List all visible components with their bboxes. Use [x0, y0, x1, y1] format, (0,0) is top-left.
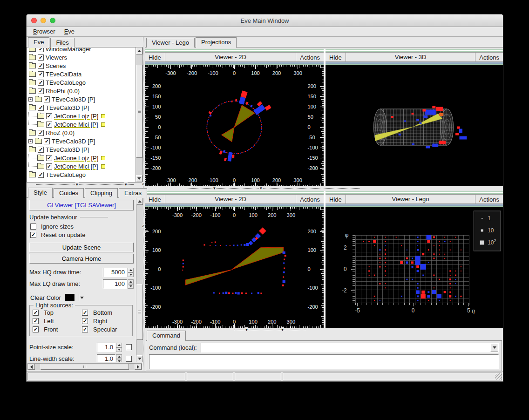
hide-button[interactable]: Hide: [326, 53, 346, 61]
checkbox[interactable]: ✓: [46, 163, 52, 169]
pack-handle[interactable]: [326, 49, 503, 52]
actions-button[interactable]: Actions: [475, 53, 503, 61]
spinner-buttons[interactable]: [116, 343, 122, 352]
tree-scrollbar[interactable]: [136, 47, 142, 182]
pack-handle[interactable]: [145, 49, 324, 52]
expand-icon[interactable]: +: [28, 97, 33, 102]
checkbox[interactable]: ✓: [38, 54, 44, 61]
resize-grip[interactable]: [495, 373, 502, 380]
spin-up-icon[interactable]: [116, 354, 122, 359]
pack-handle[interactable]: [326, 191, 503, 194]
h-scroll-thumb[interactable]: [41, 364, 129, 370]
menu-browser[interactable]: Browser: [30, 27, 61, 36]
number-field[interactable]: 1.0: [97, 343, 115, 352]
combo-dropdown-icon[interactable]: [490, 343, 498, 352]
tree-item[interactable]: ✓TEveCaloLego: [28, 170, 136, 179]
spinner-buttons[interactable]: [128, 279, 134, 289]
light-source-check[interactable]: ✓Right: [82, 318, 129, 325]
light-source-check[interactable]: ✓Top: [33, 309, 80, 316]
render-state-tag[interactable]: [101, 122, 105, 127]
checkbox[interactable]: ✓: [33, 310, 39, 316]
hide-button[interactable]: Hide: [145, 195, 165, 203]
menu-eve[interactable]: Eve: [61, 27, 80, 36]
scroll-up-icon[interactable]: [136, 198, 143, 205]
tree-scroll-thumb[interactable]: [136, 65, 142, 158]
gl-viewport[interactable]: [326, 65, 503, 186]
checkbox[interactable]: ✓: [38, 172, 44, 178]
glviewer-link[interactable]: GLViewer [TGLSAViewer]: [29, 200, 134, 210]
gl-viewport[interactable]: -300-300-200-200-100-1000010010020020030…: [145, 65, 324, 186]
checkbox[interactable]: ✓: [82, 310, 88, 316]
checkbox[interactable]: ✓: [46, 122, 52, 128]
checkbox[interactable]: ✓: [33, 326, 39, 332]
actions-button[interactable]: Actions: [296, 53, 324, 61]
checkbox[interactable]: ✓: [38, 88, 44, 94]
number-field[interactable]: 100: [103, 279, 127, 289]
scroll-down-icon[interactable]: [136, 175, 142, 182]
light-source-check[interactable]: ✓Bottom: [82, 309, 129, 316]
checkbox[interactable]: ✓: [82, 326, 88, 332]
check-ignore-sizes[interactable]: Ignore sizes: [30, 223, 134, 230]
tree-item[interactable]: ✓JetCone Lojz [P]: [28, 112, 136, 120]
tree-item[interactable]: ✓RhoPhi (0.0): [28, 87, 136, 95]
hide-button[interactable]: Hide: [326, 195, 346, 203]
style-scrollbar[interactable]: [136, 198, 143, 362]
checkbox[interactable]: ✓: [46, 113, 52, 119]
tree-item[interactable]: +✓TEveCalo3D [P]: [28, 95, 136, 103]
scroll-down-icon[interactable]: [136, 355, 143, 362]
command-output[interactable]: [149, 354, 499, 369]
scroll-left-icon[interactable]: [28, 364, 35, 370]
zoom-button[interactable]: [50, 18, 55, 23]
checkbox[interactable]: ✓: [44, 138, 50, 144]
tab-style[interactable]: Style: [28, 188, 53, 198]
tab-extras[interactable]: Extras: [119, 188, 147, 198]
checkbox[interactable]: [30, 224, 36, 230]
tab-eve[interactable]: Eve: [28, 37, 49, 48]
render-state-tag[interactable]: [101, 164, 105, 169]
spin-down-icon[interactable]: [128, 284, 134, 289]
close-button[interactable]: [31, 18, 37, 23]
command-combobox[interactable]: [201, 343, 499, 352]
tree-item[interactable]: ✓TEveCalData: [28, 70, 136, 78]
clear-color-dropdown-icon[interactable]: [79, 294, 85, 301]
checkbox[interactable]: ✓: [30, 232, 36, 238]
actions-button[interactable]: Actions: [296, 195, 324, 203]
spin-up-icon[interactable]: [128, 268, 134, 272]
checkbox[interactable]: ✓: [38, 80, 44, 86]
checkbox[interactable]: ✓: [38, 147, 44, 153]
tab-command[interactable]: Command: [147, 331, 186, 341]
checkbox[interactable]: ✓: [38, 47, 44, 52]
style-scroll-thumb[interactable]: [136, 284, 143, 340]
number-field[interactable]: 5000: [103, 268, 127, 277]
actions-button[interactable]: Actions: [475, 195, 503, 203]
spinner-buttons[interactable]: [128, 268, 134, 277]
spinner-buttons[interactable]: [116, 354, 122, 363]
spin-up-icon[interactable]: [128, 279, 134, 284]
number-field[interactable]: 1.0: [97, 354, 115, 363]
tree-item[interactable]: ✓JetCone Mici [P]: [28, 120, 136, 129]
tree-item[interactable]: ✓Scenes: [28, 61, 136, 70]
spin-down-icon[interactable]: [116, 347, 122, 352]
tree-item[interactable]: ✓JetCone Lojz [P]: [28, 154, 136, 162]
tree-item[interactable]: ✓JetCone Mici [P]: [28, 162, 136, 170]
clear-color-swatch[interactable]: [65, 294, 75, 301]
check-reset-on-update[interactable]: ✓ Reset on update: [30, 231, 134, 239]
title-bar[interactable]: Eve Main Window: [27, 14, 503, 27]
checkbox[interactable]: ✓: [33, 318, 39, 324]
tab-guides[interactable]: Guides: [54, 188, 84, 198]
spin-down-icon[interactable]: [128, 272, 134, 277]
update-scene-button[interactable]: Update Scene: [29, 243, 134, 252]
tree-item[interactable]: ✓TEveCalo3D [P]: [28, 145, 136, 154]
tree-item[interactable]: ✓WindowManager: [28, 47, 136, 53]
checkbox[interactable]: [126, 356, 132, 362]
tab-projections[interactable]: Projections: [196, 37, 237, 48]
spin-up-icon[interactable]: [116, 343, 122, 347]
light-source-check[interactable]: ✓Left: [33, 318, 80, 325]
checkbox[interactable]: ✓: [38, 130, 44, 136]
left-horizontal-scrollbar[interactable]: [27, 363, 142, 370]
minimize-button[interactable]: [41, 18, 46, 23]
splitter-chevron-icon[interactable]: >: [142, 182, 144, 186]
render-state-tag[interactable]: [101, 114, 105, 118]
checkbox[interactable]: ✓: [38, 105, 44, 111]
checkbox[interactable]: ✓: [38, 71, 44, 77]
